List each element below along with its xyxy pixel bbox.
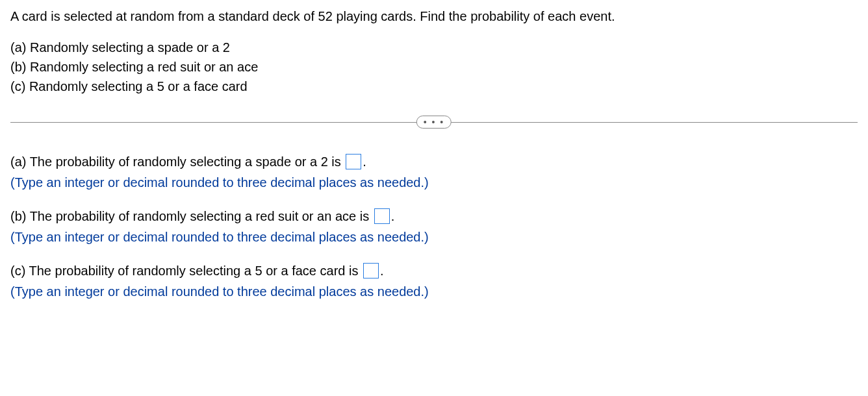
answer-c-hint: (Type an integer or decimal rounded to t… (10, 282, 858, 301)
answer-a-hint: (Type an integer or decimal rounded to t… (10, 173, 858, 192)
answer-block-c: (c) The probability of randomly selectin… (10, 261, 858, 301)
answer-a-input[interactable] (346, 154, 361, 169)
answer-b-hint: (Type an integer or decimal rounded to t… (10, 227, 858, 247)
answer-a-suffix: . (363, 155, 366, 169)
section-divider: • • • (10, 114, 858, 130)
question-part-b: (b) Randomly selecting a red suit or an … (10, 57, 858, 77)
answer-b-prefix: (b) The probability of randomly selectin… (10, 209, 373, 223)
answer-c-prefix: (c) The probability of randomly selectin… (10, 264, 362, 278)
question-parts-list: (a) Randomly selecting a spade or a 2 (b… (10, 38, 858, 96)
answer-b-input[interactable] (374, 208, 390, 224)
answer-c-input[interactable] (363, 263, 379, 278)
answer-line-a: (a) The probability of randomly selectin… (10, 152, 858, 171)
answer-c-suffix: . (380, 264, 384, 278)
expand-pill-button[interactable]: • • • (416, 116, 452, 129)
answer-block-a: (a) The probability of randomly selectin… (10, 152, 858, 192)
answer-block-b: (b) The probability of randomly selectin… (10, 206, 858, 247)
question-part-c: (c) Randomly selecting a 5 or a face car… (10, 77, 858, 96)
question-intro: A card is selected at random from a stan… (10, 6, 858, 26)
question-part-a: (a) Randomly selecting a spade or a 2 (10, 38, 858, 57)
answer-line-b: (b) The probability of randomly selectin… (10, 206, 858, 226)
answer-line-c: (c) The probability of randomly selectin… (10, 261, 858, 280)
answer-a-prefix: (a) The probability of randomly selectin… (10, 155, 344, 169)
answer-b-suffix: . (391, 209, 395, 223)
